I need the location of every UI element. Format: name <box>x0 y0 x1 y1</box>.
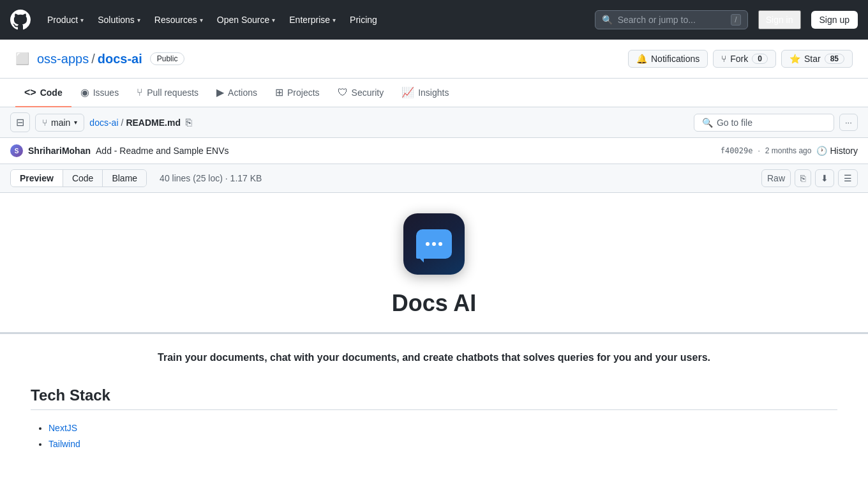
notifications-button[interactable]: 🔔 Notifications <box>628 50 708 68</box>
nextjs-link[interactable]: NextJS <box>49 423 77 433</box>
readme-description-text: Train your documents, chat with your doc… <box>158 352 710 363</box>
dot-1 <box>426 242 430 246</box>
nav-product-label: Product <box>47 15 78 25</box>
fork-icon: ⑂ <box>721 54 726 64</box>
nav-product[interactable]: Product ▾ <box>41 10 90 30</box>
breadcrumb: oss-apps / docs-ai <box>37 52 142 66</box>
repo-type-icon: ⬜ <box>15 52 29 66</box>
tab-security[interactable]: 🛡 Security <box>329 79 393 107</box>
raw-button[interactable]: Raw <box>761 169 791 187</box>
outline-button[interactable]: ☰ <box>838 169 858 187</box>
sidebar-toggle-button[interactable]: ⊟ <box>10 112 30 132</box>
chat-bubble-icon <box>416 229 452 259</box>
search-shortcut-badge: / <box>731 14 740 26</box>
nav-resources-label: Resources <box>154 15 197 25</box>
nav-resources-chevron: ▾ <box>200 17 203 24</box>
repo-tabs: <> Code ◉ Issues ⑂ Pull requests ▶ Actio… <box>0 79 868 107</box>
fork-button[interactable]: ⑂ Fork 0 <box>713 50 776 68</box>
repo-header: ⬜ oss-apps / docs-ai Public 🔔 Notificati… <box>0 40 868 79</box>
app-icon-dots <box>426 242 442 246</box>
tab-actions-label: Actions <box>228 88 257 98</box>
nav-open-source-chevron: ▾ <box>272 17 275 24</box>
search-file-icon: 🔍 <box>702 118 713 128</box>
commit-info: S ShrihariMohan Add - Readme and Sample … <box>0 138 868 164</box>
history-label: History <box>830 146 858 156</box>
branch-selector[interactable]: ⑂ main ▾ <box>35 114 84 132</box>
tab-code-label: Code <box>40 88 63 98</box>
nav-pricing-label: Pricing <box>350 15 377 25</box>
breadcrumb-separator: / <box>91 52 95 66</box>
nav-enterprise-label: Enterprise <box>289 15 330 25</box>
sign-in-button[interactable]: Sign in <box>758 10 801 29</box>
tab-actions[interactable]: ▶ Actions <box>207 79 266 107</box>
nav-search[interactable]: 🔍 Search or jump to... / <box>595 10 748 29</box>
nav-enterprise-chevron: ▾ <box>333 17 336 24</box>
github-logo[interactable] <box>10 10 31 30</box>
tab-insights-label: Insights <box>418 88 449 98</box>
star-label: Star <box>804 54 821 64</box>
file-path: docs-ai / README.md ⎘ <box>89 117 689 128</box>
commit-time: 2 months ago <box>765 146 812 155</box>
file-browser-header: ⊟ ⑂ main ▾ docs-ai / README.md ⎘ 🔍 Go to… <box>0 107 868 138</box>
nav-enterprise[interactable]: Enterprise ▾ <box>283 10 342 30</box>
nav-pricing[interactable]: Pricing <box>343 10 384 30</box>
pr-icon: ⑂ <box>137 87 143 98</box>
history-icon: 🕐 <box>816 146 827 156</box>
shield-icon: 🛡 <box>338 87 348 98</box>
nav-resources[interactable]: Resources ▾ <box>148 10 209 30</box>
preview-tab[interactable]: Preview <box>11 170 63 187</box>
tab-insights[interactable]: 📈 Insights <box>393 79 458 107</box>
copy-path-button[interactable]: ⎘ <box>186 117 192 128</box>
history-link[interactable]: 🕐 History <box>816 146 858 156</box>
nav-open-source-label: Open Source <box>217 15 270 25</box>
repo-owner-link[interactable]: oss-apps <box>37 52 89 66</box>
star-button[interactable]: ⭐ Star 85 <box>781 50 853 68</box>
dot-3 <box>438 242 442 246</box>
tailwind-link[interactable]: Tailwind <box>49 439 80 449</box>
branch-icon: ⑂ <box>42 118 47 128</box>
fork-label: Fork <box>730 54 748 64</box>
nav-items: Product ▾ Solutions ▾ Resources ▾ Open S… <box>41 10 585 30</box>
repo-visibility-badge: Public <box>150 52 185 65</box>
tab-code[interactable]: <> Code <box>15 79 71 107</box>
graph-icon: 📈 <box>401 86 414 98</box>
file-path-separator: / <box>121 118 124 128</box>
nav-open-source[interactable]: Open Source ▾ <box>211 10 282 30</box>
commit-separator: · <box>758 146 760 155</box>
code-tab[interactable]: Code <box>63 170 103 187</box>
file-actions-bar: Preview Code Blame 40 lines (25 loc) · 1… <box>0 164 868 193</box>
search-placeholder: Search or jump to... <box>618 15 726 25</box>
download-button[interactable]: ⬇ <box>815 169 834 187</box>
go-to-file-label: Go to file <box>717 118 752 128</box>
copy-raw-button[interactable]: ⎘ <box>795 169 811 187</box>
list-item: NextJS <box>49 420 837 436</box>
nav-solutions-label: Solutions <box>98 15 135 25</box>
fork-count: 0 <box>752 54 768 64</box>
dot-2 <box>432 242 436 246</box>
tab-security-label: Security <box>352 88 384 98</box>
commit-author[interactable]: ShrihariMohan <box>28 146 91 156</box>
sign-up-button[interactable]: Sign up <box>811 11 858 29</box>
repo-name-link[interactable]: docs-ai <box>98 52 142 66</box>
notifications-label: Notifications <box>651 54 700 64</box>
tab-projects[interactable]: ⊞ Projects <box>266 79 329 107</box>
tab-pull-requests[interactable]: ⑂ Pull requests <box>128 79 207 107</box>
more-options-button[interactable]: ··· <box>839 114 858 131</box>
file-path-repo-link[interactable]: docs-ai <box>89 118 118 128</box>
readme-title: Docs AI <box>31 290 837 317</box>
issues-icon: ◉ <box>80 86 89 98</box>
readme-description: Train your documents, chat with your doc… <box>31 349 837 366</box>
avatar-image: S <box>10 144 23 157</box>
code-icon: <> <box>24 87 36 98</box>
view-tabs: Preview Code Blame <box>10 169 147 187</box>
readme-content: Docs AI Train your documents, chat with … <box>0 193 868 473</box>
tab-issues[interactable]: ◉ Issues <box>71 79 128 107</box>
blame-tab[interactable]: Blame <box>103 170 146 187</box>
readme-divider <box>0 332 868 334</box>
file-path-current: README.md <box>126 118 181 128</box>
bell-icon: 🔔 <box>636 54 647 64</box>
nav-solutions[interactable]: Solutions ▾ <box>91 10 147 30</box>
commit-hash[interactable]: f40029e <box>721 146 753 155</box>
go-to-file-button[interactable]: 🔍 Go to file <box>694 114 834 132</box>
star-icon: ⭐ <box>789 54 800 64</box>
